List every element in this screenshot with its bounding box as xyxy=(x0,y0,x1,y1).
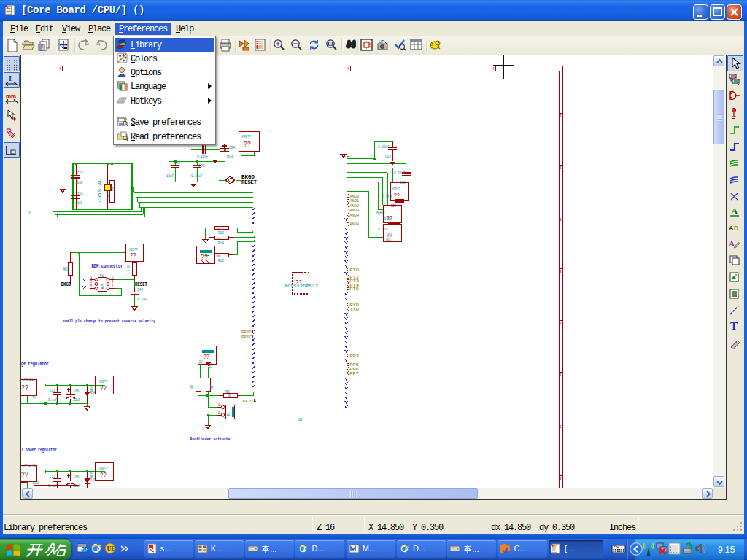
svg-text:PP3: PP3 xyxy=(349,354,359,359)
svg-text:R14: R14 xyxy=(218,241,224,246)
svg-text:10K: 10K xyxy=(190,384,194,389)
svg-text:P1: P1 xyxy=(100,273,104,279)
svg-text:X1: X1 xyxy=(109,187,115,191)
svg-text:RSTO: RSTO xyxy=(224,178,227,184)
svg-text:0.22uF: 0.22uF xyxy=(191,174,203,179)
svg-text:B: B xyxy=(560,218,561,222)
svg-text:R5: R5 xyxy=(93,391,97,394)
svg-text:ANRH?: ANRH? xyxy=(376,211,385,215)
svg-text:??: ?? xyxy=(21,470,28,479)
svg-text:U1: U1 xyxy=(28,211,32,216)
svg-text:A: A xyxy=(731,206,738,217)
svg-text:BDM: BDM xyxy=(101,284,105,289)
svg-text:C21: C21 xyxy=(77,191,83,196)
svg-text:R16: R16 xyxy=(218,258,224,263)
svg-text:PT0: PT0 xyxy=(349,268,359,273)
svg-text:A: A xyxy=(729,239,735,248)
svg-text:10K: 10K xyxy=(217,237,221,240)
svg-text:C36: C36 xyxy=(198,163,204,168)
svg-text:B: B xyxy=(560,114,561,119)
svg-text:l power regulator: l power regulator xyxy=(21,448,57,453)
svg-text:??: ?? xyxy=(100,384,107,392)
svg-text:ge regulator: ge regulator xyxy=(21,362,49,367)
svg-text:ADC?: ADC? xyxy=(386,238,392,242)
svg-text:B: B xyxy=(560,425,561,429)
svg-text:PT5: PT5 xyxy=(349,287,359,292)
svg-text:AN08: AN08 xyxy=(349,222,359,227)
svg-text:AN04: AN04 xyxy=(349,213,359,218)
svg-text:2: 2 xyxy=(112,276,113,279)
svg-text:TXD: TXD xyxy=(349,307,359,312)
svg-text:MC9S12DP512: MC9S12DP512 xyxy=(285,284,318,289)
svg-text:PP7: PP7 xyxy=(349,371,359,376)
svg-text:10K: 10K xyxy=(217,254,221,257)
svg-text:10uF: 10uF xyxy=(226,155,233,160)
svg-text:1: 1 xyxy=(90,276,92,279)
svg-text:C14: C14 xyxy=(385,154,391,159)
svg-text:4: 4 xyxy=(112,280,113,284)
svg-text:1M: 1M xyxy=(210,386,214,389)
svg-text:BootLoader activate: BootLoader activate xyxy=(190,437,231,442)
svg-text:10pF: 10pF xyxy=(166,174,174,179)
svg-text:2: 2 xyxy=(218,411,220,415)
svg-text:4: 4 xyxy=(347,67,349,71)
svg-text:10: 10 xyxy=(228,394,231,398)
svg-text:RESET: RESET xyxy=(241,180,257,185)
svg-text:A: A xyxy=(729,225,734,232)
svg-text:U3: U3 xyxy=(33,394,37,400)
svg-text:10pF: 10pF xyxy=(75,180,82,185)
svg-text:??: ?? xyxy=(21,384,28,392)
svg-text:CRYSTAL: CRYSTAL xyxy=(98,179,103,202)
svg-text:BKGD: BKGD xyxy=(61,282,71,287)
svg-text:C46: C46 xyxy=(74,474,80,479)
svg-text:C34: C34 xyxy=(229,145,235,150)
svg-text:3: 3 xyxy=(90,280,92,284)
svg-text:T: T xyxy=(730,320,738,332)
svg-text:C52: C52 xyxy=(199,359,203,365)
svg-text:C54: C54 xyxy=(209,362,213,368)
svg-text:22uF: 22uF xyxy=(73,397,80,402)
svg-text:mm: mm xyxy=(6,93,16,99)
svg-text:4: 4 xyxy=(492,67,494,71)
svg-text:B: B xyxy=(560,166,561,171)
svg-text:C44: C44 xyxy=(137,287,143,292)
svg-text:UP: UP xyxy=(379,39,384,44)
svg-text:RESET: RESET xyxy=(135,282,147,287)
svg-text:6: 6 xyxy=(112,284,113,288)
svg-text:D: D xyxy=(734,225,739,232)
svg-text:PB1C: PB1C xyxy=(241,335,252,340)
svg-text:C46: C46 xyxy=(74,388,80,393)
svg-text:10pF: 10pF xyxy=(75,201,82,206)
svg-text:U2: U2 xyxy=(298,417,303,422)
svg-text:??: ?? xyxy=(244,140,251,149)
svg-text:small pls change to prevent re: small pls change to prevent reverse pola… xyxy=(63,319,156,324)
svg-text:U10: U10 xyxy=(33,481,39,486)
svg-text:4: 4 xyxy=(59,67,61,71)
svg-text:R22: R22 xyxy=(391,204,396,209)
svg-text:0.1uF: 0.1uF xyxy=(48,397,58,402)
svg-text:UE: UE xyxy=(107,545,115,552)
svg-text:C17: C17 xyxy=(77,171,83,176)
svg-text:0.1uF: 0.1uF xyxy=(138,297,147,302)
svg-text:??: ?? xyxy=(394,192,400,200)
svg-text:BKGD: BKGD xyxy=(241,175,255,180)
svg-text:B: B xyxy=(560,322,561,326)
svg-text:I: I xyxy=(9,74,12,82)
svg-text:??: ?? xyxy=(100,471,107,479)
svg-text:B: B xyxy=(560,477,561,481)
svg-text:??: ?? xyxy=(204,354,209,361)
svg-text:VRH??: VRH?? xyxy=(241,134,251,139)
svg-text:??: ?? xyxy=(130,252,136,260)
svg-text:4.7K: 4.7K xyxy=(127,265,131,271)
svg-text:0.25uF: 0.25uF xyxy=(197,154,209,159)
svg-text:PA7D: PA7D xyxy=(243,399,253,404)
svg-text:5: 5 xyxy=(90,284,92,288)
svg-text:1: 1 xyxy=(218,403,220,407)
svg-text:R17: R17 xyxy=(66,266,70,271)
svg-text:0.22uF: 0.22uF xyxy=(378,144,390,149)
svg-text:R13: R13 xyxy=(218,230,224,236)
svg-text:R5: R5 xyxy=(93,477,97,480)
svg-text:D40: D40 xyxy=(384,217,390,222)
svg-text:B: B xyxy=(560,270,561,274)
svg-text:10K: 10K xyxy=(217,227,221,230)
